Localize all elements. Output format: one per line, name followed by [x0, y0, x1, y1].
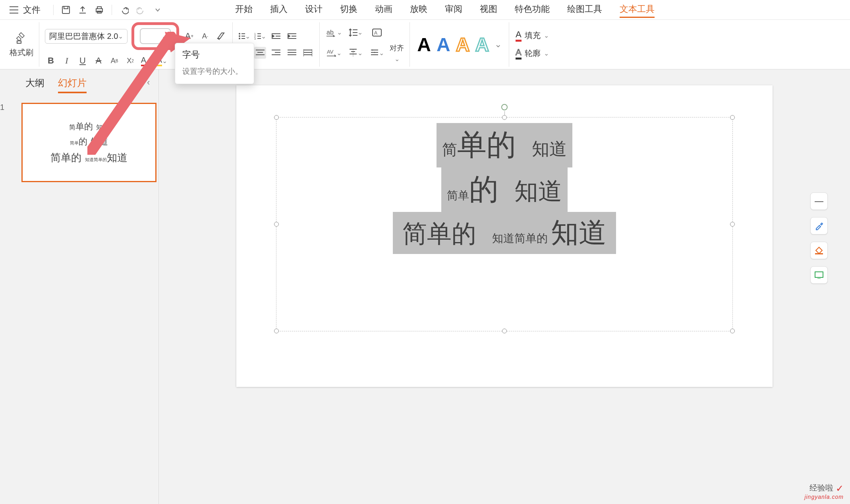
watermark-text: 经验啦 — [809, 484, 833, 492]
tab-design[interactable]: 设计 — [305, 2, 323, 18]
slide-panel: 大纲 幻灯片 ‹ 1 简单的 知道 简单的 知道 简单的 知道简单的知道 — [0, 69, 159, 504]
tab-special[interactable]: 特色功能 — [515, 2, 550, 18]
redo-icon[interactable] — [134, 3, 148, 17]
watermark-domain: jingyanla.com — [804, 494, 844, 500]
side-tab-outline[interactable]: 大纲 — [25, 77, 44, 93]
increase-indent-icon[interactable] — [286, 30, 298, 42]
font-color-icon[interactable]: A⌄ — [140, 55, 152, 67]
resize-handle-t[interactable] — [502, 115, 507, 120]
text-line-2: 简单的知道 — [441, 167, 568, 212]
resize-handle-tr[interactable] — [730, 115, 735, 120]
hamburger-icon[interactable] — [8, 4, 20, 16]
align-right-icon[interactable] — [270, 47, 282, 59]
resize-handle-r[interactable] — [730, 222, 735, 227]
highlight-icon[interactable]: A⌄ — [156, 55, 168, 67]
svg-rect-5 — [17, 41, 21, 43]
file-menu[interactable]: 文件 — [23, 4, 41, 16]
export-icon[interactable] — [76, 3, 89, 17]
text-box-selected[interactable]: 简单的知道 简单的知道 简单的知道简单的 知道 — [276, 117, 733, 331]
align-justify-icon[interactable] — [286, 47, 298, 59]
tab-slideshow[interactable]: 放映 — [410, 2, 427, 18]
chevron-down-icon: ⌄ — [118, 33, 123, 40]
resize-handle-bl[interactable] — [274, 329, 279, 333]
wordart-group: A A A A ⌄ — [410, 22, 509, 67]
resize-handle-b[interactable] — [502, 329, 507, 333]
decrease-font-icon[interactable]: A- — [199, 30, 211, 42]
fill-label: 填充 — [525, 30, 541, 41]
font-size-select[interactable]: ⌄ — [140, 28, 171, 44]
clear-format-icon[interactable] — [215, 30, 227, 42]
svg-rect-1 — [64, 6, 68, 9]
side-tabs: 大纲 幻灯片 — [25, 77, 149, 93]
save-icon[interactable] — [59, 3, 73, 17]
rotate-handle[interactable] — [501, 104, 508, 110]
wordart-style-2[interactable]: A — [437, 34, 450, 56]
tab-insert[interactable]: 插入 — [270, 2, 288, 18]
chevron-down-icon: ⌄ — [162, 33, 167, 40]
tab-review[interactable]: 审阅 — [445, 2, 462, 18]
text-direction-icon[interactable]: ab⌄ — [325, 27, 343, 38]
char-spacing-icon[interactable]: AV⌄ — [325, 47, 343, 59]
screen-icon[interactable] — [810, 266, 828, 284]
paintbrush-icon — [15, 31, 28, 45]
align-label: 对齐 — [390, 43, 404, 53]
wordart-style-4[interactable]: A — [475, 34, 489, 56]
vertical-align-icon[interactable]: ⌄ — [347, 47, 364, 59]
floating-toolbar: — — [810, 192, 828, 284]
svg-rect-27 — [815, 272, 823, 277]
format-painter-group: 格式刷 — [4, 22, 39, 67]
separator — [112, 5, 112, 15]
resize-handle-l[interactable] — [274, 222, 279, 227]
tooltip-title: 字号 — [182, 49, 247, 61]
tab-transition[interactable]: 切换 — [340, 2, 357, 18]
italic-icon[interactable]: I — [61, 55, 73, 67]
resize-handle-tl[interactable] — [274, 115, 279, 120]
separator — [53, 5, 54, 15]
svg-text:AV: AV — [327, 49, 334, 55]
eyedropper-icon[interactable] — [810, 217, 828, 235]
line-spacing-icon[interactable]: ⌄ — [347, 27, 364, 38]
zoom-out-icon[interactable]: — — [810, 192, 828, 210]
text-layout-group: ab⌄ ⌄ A AV⌄ ⌄ ⌄ 对齐⌄ — [320, 22, 410, 67]
increase-font-icon[interactable]: A+ — [183, 30, 195, 42]
columns-icon[interactable]: A — [368, 27, 386, 38]
svg-point-6 — [239, 33, 240, 35]
more-dropdown-icon[interactable] — [151, 3, 164, 17]
tab-text-tools[interactable]: 文本工具 — [620, 2, 655, 18]
paint-bucket-icon[interactable] — [810, 242, 828, 259]
resize-handle-br[interactable] — [730, 329, 735, 333]
fill-button[interactable]: A 填充⌄ — [516, 29, 549, 42]
strikethrough-icon[interactable]: A — [93, 55, 104, 67]
align-center-icon[interactable] — [254, 47, 266, 59]
subscript-icon[interactable]: X2 — [124, 55, 136, 67]
tab-draw-tools[interactable]: 绘图工具 — [567, 2, 602, 18]
font-name-select[interactable]: 阿里巴巴普惠体 2.0 ⌄ — [45, 29, 128, 44]
tab-animation[interactable]: 动画 — [375, 2, 392, 18]
tab-home[interactable]: 开始 — [235, 2, 253, 18]
wordart-style-3[interactable]: A — [456, 34, 470, 56]
underline-icon[interactable]: U — [77, 55, 89, 67]
text-line-3: 简单的知道简单的 知道 — [393, 212, 616, 254]
slide-1[interactable]: 简单的知道 简单的知道 简单的知道简单的 知道 — [236, 85, 773, 387]
undo-icon[interactable] — [118, 3, 131, 17]
slide-thumbnail-1[interactable]: 简单的 知道 简单的 知道 简单的 知道简单的知道 — [21, 103, 156, 182]
outline-button[interactable]: A 轮廓⌄ — [516, 47, 549, 60]
tab-stops-icon[interactable]: ⌄ — [368, 47, 386, 59]
side-tab-slides[interactable]: 幻灯片 — [58, 77, 87, 93]
wordart-style-1[interactable]: A — [417, 34, 431, 56]
numbering-icon[interactable]: 123⌄ — [254, 30, 266, 42]
main-area: 大纲 幻灯片 ‹ 1 简单的 知道 简单的 知道 简单的 知道简单的知道 — [0, 69, 850, 504]
print-icon[interactable] — [93, 3, 106, 17]
bullets-icon[interactable]: ⌄ — [238, 30, 250, 42]
superscript-icon[interactable]: AB — [108, 55, 120, 67]
tab-view[interactable]: 视图 — [480, 2, 497, 18]
distribute-icon[interactable] — [302, 47, 314, 59]
font-size-highlight: ⌄ — [131, 22, 179, 50]
format-painter-button[interactable]: 格式刷 — [10, 31, 33, 58]
wordart-more-icon[interactable]: ⌄ — [495, 39, 502, 50]
align-button[interactable]: 对齐⌄ — [390, 43, 404, 63]
collapse-panel-icon[interactable]: ‹ — [147, 77, 150, 88]
bold-icon[interactable]: B — [45, 55, 57, 67]
decrease-indent-icon[interactable] — [270, 30, 282, 42]
text-content[interactable]: 简单的知道 简单的知道 简单的知道简单的 知道 — [276, 117, 732, 254]
